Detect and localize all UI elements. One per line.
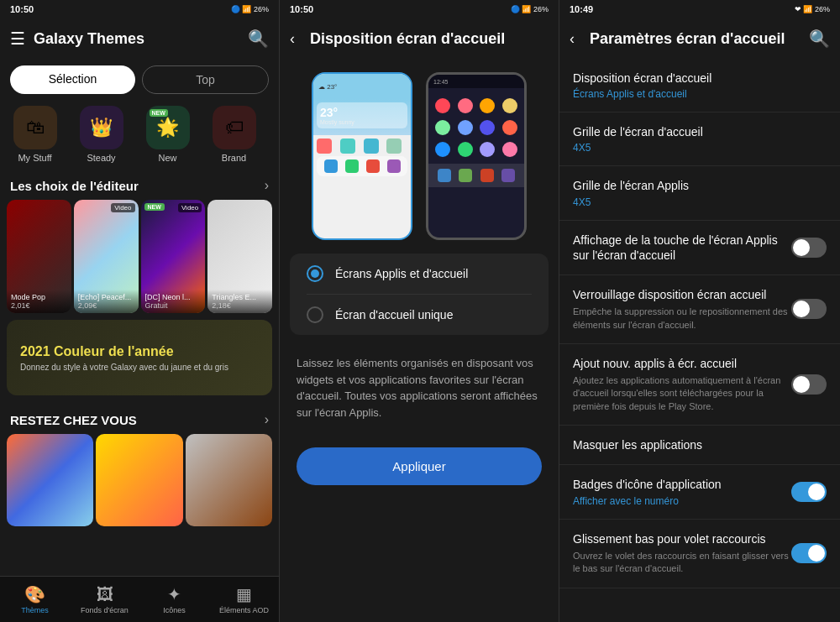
apply-button[interactable]: Appliquer bbox=[297, 447, 542, 485]
aod-label: Éléments AOD bbox=[219, 606, 269, 614]
aod-icon: ▦ bbox=[236, 584, 252, 604]
settings-touche-applis-title: Affichage de la touche de l'écran Applis… bbox=[573, 233, 791, 263]
settings-disposition-subtitle: Écrans Applis et d'accueil bbox=[573, 88, 827, 100]
toggle-touche-applis[interactable] bbox=[791, 238, 827, 258]
brand-icon-box: 🏷 bbox=[213, 106, 256, 149]
themes-label: Thèmes bbox=[21, 606, 49, 614]
back-icon-2[interactable]: ‹ bbox=[290, 30, 295, 48]
settings-ajout-applis-desc: Ajoutez les applications automatiquement… bbox=[573, 374, 791, 413]
apply-btn-container: Appliquer bbox=[280, 434, 559, 499]
settings-disposition-title: Disposition écran d'accueil bbox=[573, 71, 827, 86]
settings-grille-accueil[interactable]: Grille de l'écran d'accueil 4X5 bbox=[559, 112, 840, 166]
search-icon-1[interactable]: 🔍 bbox=[248, 29, 269, 49]
editor-card-0-name: Mode Pop bbox=[11, 293, 67, 301]
toggle-glissement[interactable] bbox=[791, 543, 827, 563]
settings-list: Disposition écran d'accueil Écrans Appli… bbox=[559, 59, 840, 622]
promo-banner[interactable]: 2021 Couleur de l'année Donnez du style … bbox=[7, 320, 272, 395]
editor-title: Les choix de l'éditeur bbox=[10, 179, 139, 193]
mystuff-icon-box: 🛍 bbox=[13, 106, 57, 149]
nav-themes[interactable]: 🎨 Thèmes bbox=[0, 577, 70, 622]
radio-both-inner bbox=[311, 269, 319, 278]
toggle-ajout-applis[interactable] bbox=[791, 374, 827, 395]
restez-section-header: RESTEZ CHEZ VOUS › bbox=[0, 402, 279, 434]
nav-aod[interactable]: ▦ Éléments AOD bbox=[209, 577, 279, 622]
editor-arrow[interactable]: › bbox=[265, 178, 269, 193]
status-bar-1: 10:50 🔵 📶 26% bbox=[0, 0, 279, 18]
settings-glissement[interactable]: Glissement bas pour volet raccourcis Ouv… bbox=[559, 520, 840, 588]
settings-verrouillage[interactable]: Verrouillage disposition écran accueil E… bbox=[559, 275, 840, 344]
new-icon-box: NEW 🌟 bbox=[146, 106, 190, 149]
editor-card-3-price: 2,18€ bbox=[212, 301, 268, 310]
restez-card-2[interactable] bbox=[186, 434, 272, 526]
status-icons-1: 🔵 📶 26% bbox=[231, 5, 269, 13]
settings-ajout-applis-content: Ajout nouv. applis à écr. accueil Ajoute… bbox=[573, 356, 791, 413]
radio-single[interactable]: Écran d'accueil unique bbox=[290, 295, 549, 335]
search-icon-3[interactable]: 🔍 bbox=[809, 29, 830, 49]
toggle-badges-knob bbox=[808, 483, 825, 500]
settings-ajout-applis[interactable]: Ajout nouv. applis à écr. accueil Ajoute… bbox=[559, 344, 840, 426]
back-icon-3[interactable]: ‹ bbox=[570, 30, 575, 48]
editor-card-1-info: [Echo] Peacef... 2,09€ bbox=[74, 290, 139, 313]
editor-card-1[interactable]: Video [Echo] Peacef... 2,09€ bbox=[74, 200, 139, 313]
settings-disposition[interactable]: Disposition écran d'accueil Écrans Appli… bbox=[559, 59, 840, 112]
tabs-row: Sélection Top bbox=[0, 59, 279, 101]
settings-grille-accueil-subtitle: 4X5 bbox=[573, 142, 827, 154]
editor-card-2-info: [DC] Neon l... Gratuit bbox=[141, 290, 206, 313]
editor-card-3-name: Triangles E... bbox=[212, 293, 268, 301]
status-icons-2: 🔵 📶 26% bbox=[511, 5, 549, 13]
settings-badges-content: Badges d'icône d'application Afficher av… bbox=[573, 477, 791, 506]
restez-card-1[interactable] bbox=[96, 434, 182, 526]
panel-themes: 10:50 🔵 📶 26% ☰ Galaxy Themes 🔍 Sélectio… bbox=[0, 0, 280, 622]
editor-card-0-price: 2,01€ bbox=[11, 301, 67, 310]
time-2: 10:50 bbox=[290, 4, 313, 14]
nav-wallpapers[interactable]: 🖼 Fonds d'écran bbox=[70, 577, 139, 622]
radio-both-label: Écrans Applis et d'accueil bbox=[335, 267, 468, 280]
bottom-nav-1: 🎨 Thèmes 🖼 Fonds d'écran ✦ Icônes ▦ Élém… bbox=[0, 576, 279, 622]
tab-selection[interactable]: Sélection bbox=[10, 65, 135, 94]
settings-badges[interactable]: Badges d'icône d'application Afficher av… bbox=[559, 465, 840, 519]
themes-icon: 🎨 bbox=[24, 584, 45, 604]
new-badge-2: NEW bbox=[144, 203, 165, 211]
settings-touche-applis-content: Affichage de la touche de l'écran Applis… bbox=[573, 233, 791, 263]
wallpapers-label: Fonds d'écran bbox=[81, 606, 129, 614]
category-mystuff[interactable]: 🛍 My Stuff bbox=[3, 106, 66, 163]
toggle-badges[interactable] bbox=[791, 482, 827, 502]
editor-card-3[interactable]: Triangles E... 2,18€ bbox=[207, 200, 272, 313]
category-new[interactable]: NEW 🌟 New bbox=[136, 106, 199, 163]
editor-card-0[interactable]: Mode Pop 2,01€ bbox=[7, 200, 71, 313]
top-bar-2: ‹ Disposition écran d'accueil bbox=[280, 18, 559, 59]
top-bar-1: ☰ Galaxy Themes 🔍 bbox=[0, 18, 279, 59]
radio-single-label: Écran d'accueil unique bbox=[335, 308, 453, 321]
disposition-title: Disposition écran d'accueil bbox=[310, 30, 549, 48]
tab-top[interactable]: Top bbox=[142, 65, 269, 94]
settings-touche-applis[interactable]: Affichage de la touche de l'écran Applis… bbox=[559, 221, 840, 275]
disposition-description: Laissez les éléments organisés en dispos… bbox=[280, 342, 559, 434]
time-3: 10:49 bbox=[570, 4, 593, 14]
settings-verrouillage-row: Verrouillage disposition écran accueil E… bbox=[573, 287, 827, 332]
toggle-verrouillage[interactable] bbox=[791, 299, 827, 319]
nav-icons[interactable]: ✦ Icônes bbox=[139, 577, 209, 622]
restez-card-0[interactable] bbox=[7, 434, 93, 526]
settings-grille-applis-subtitle: 4X5 bbox=[573, 196, 827, 208]
settings-grille-applis[interactable]: Grille de l'écran Applis 4X5 bbox=[559, 166, 840, 220]
restez-arrow[interactable]: › bbox=[265, 412, 269, 427]
hamburger-icon[interactable]: ☰ bbox=[10, 29, 25, 49]
time-1: 10:50 bbox=[10, 4, 34, 14]
category-brand[interactable]: 🏷 Brand bbox=[202, 106, 265, 163]
promo-subtitle: Donnez du style à votre Galaxy avec du j… bbox=[20, 363, 259, 372]
video-badge-1: Video bbox=[111, 203, 134, 212]
phone-preview-light: ☁ 23° 23° Mostly sunny bbox=[312, 72, 412, 240]
panel-disposition: 10:50 🔵 📶 26% ‹ Disposition écran d'accu… bbox=[280, 0, 559, 622]
brand-label: Brand bbox=[222, 153, 246, 163]
editor-card-2-price: Gratuit bbox=[145, 301, 202, 310]
settings-glissement-title: Glissement bas pour volet raccourcis bbox=[573, 531, 791, 546]
radio-both[interactable]: Écrans Applis et d'accueil bbox=[290, 254, 549, 294]
icons-icon: ✦ bbox=[167, 584, 181, 604]
settings-grille-applis-title: Grille de l'écran Applis bbox=[573, 178, 827, 193]
settings-masquer[interactable]: Masquer les applications bbox=[559, 426, 840, 465]
editor-section-header: Les choix de l'éditeur › bbox=[0, 168, 279, 200]
category-steady[interactable]: 👑 Steady bbox=[70, 106, 133, 163]
settings-grille-accueil-title: Grille de l'écran d'accueil bbox=[573, 124, 827, 139]
editor-card-2[interactable]: NEW Video [DC] Neon l... Gratuit bbox=[141, 200, 206, 313]
settings-verrouillage-content: Verrouillage disposition écran accueil E… bbox=[573, 287, 791, 332]
